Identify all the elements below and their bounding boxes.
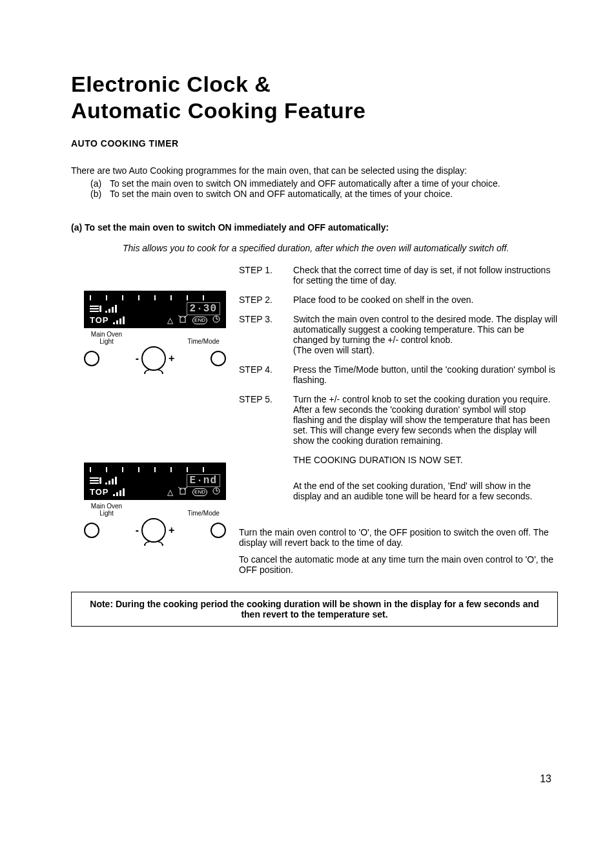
clock-icon	[212, 315, 220, 325]
svg-rect-6	[112, 307, 114, 313]
control-labels: Main Oven Light Time/Mode	[84, 503, 226, 517]
right-control-label: Time/Mode	[181, 503, 226, 517]
step-body: Press the Time/Mode button, until the 'c…	[293, 364, 558, 385]
steps-column: STEP 1.Check that the correct time of da…	[239, 265, 558, 581]
mode-icons: △ END	[167, 315, 220, 325]
svg-rect-28	[119, 490, 121, 496]
page-title: Electronic Clock & Automatic Cooking Fea…	[71, 71, 558, 124]
svg-rect-1	[90, 308, 99, 309]
adjust-knob-group: - +	[136, 518, 175, 543]
options-list: (a) To set the main oven to switch ON im…	[71, 178, 558, 199]
bell-icon: △	[167, 488, 173, 497]
duration-icon	[178, 487, 187, 497]
lcd-screen: 2·30 TOP △ END	[84, 291, 226, 328]
adjust-knob-group: - +	[136, 346, 175, 371]
duration-icon	[178, 315, 187, 325]
option-marker: (a)	[90, 178, 110, 189]
cw-arrow-icon	[157, 369, 163, 376]
option-b: (b) To set the main oven to switch ON an…	[71, 189, 558, 199]
note-box: Note: During the cooking period the cook…	[71, 592, 558, 627]
subheading: AUTO COOKING TIMER	[71, 138, 558, 149]
title-line-2: Automatic Cooking Feature	[71, 98, 365, 123]
step-label: STEP 3.	[239, 314, 293, 355]
end-icon: END	[192, 488, 207, 496]
option-marker: (b)	[90, 189, 110, 199]
document-page: Electronic Clock & Automatic Cooking Fea…	[0, 0, 616, 843]
plus-label: +	[169, 525, 174, 536]
display-panel-2: E·nd TOP △ END	[84, 463, 226, 543]
clock-icon	[212, 487, 220, 497]
illustration-column: 2·30 TOP △ END	[71, 265, 239, 581]
svg-rect-20	[90, 483, 99, 484]
step-1: STEP 1.Check that the correct time of da…	[239, 265, 558, 286]
minus-label: -	[136, 525, 139, 536]
ccw-arrow-icon	[144, 541, 150, 548]
step-label: STEP 4.	[239, 364, 293, 385]
mode-icons: △ END	[167, 487, 220, 497]
signal-bars-icon	[105, 477, 118, 484]
tick-marks	[90, 467, 220, 474]
step-5: STEP 5.Turn the +/- control knob to set …	[239, 394, 558, 446]
adjust-knob	[141, 346, 166, 371]
control-labels: Main Oven Light Time/Mode	[84, 331, 226, 345]
title-line-1: Electronic Clock &	[71, 72, 271, 96]
lcd-screen: E·nd TOP △ END	[84, 463, 226, 500]
option-a: (a) To set the main oven to switch ON im…	[71, 178, 558, 189]
section-a-heading: (a) To set the main oven to switch ON im…	[71, 222, 558, 233]
svg-rect-19	[90, 480, 99, 481]
step-label: STEP 2.	[239, 295, 293, 305]
left-control-label: Main Oven Light	[84, 503, 129, 517]
signal-bars-icon	[113, 317, 126, 324]
two-column-layout: 2·30 TOP △ END	[71, 265, 558, 581]
intro-text: There are two Auto Cooking programmes fo…	[71, 165, 558, 176]
page-number: 13	[540, 773, 551, 785]
time-mode-button	[210, 351, 226, 366]
plus-label: +	[169, 353, 174, 364]
step-2: STEP 2.Place food to be cooked on shelf …	[239, 295, 558, 305]
closing-2: To cancel the automatic mode at any time…	[239, 554, 558, 575]
svg-rect-21	[99, 477, 101, 484]
svg-rect-3	[99, 306, 101, 312]
step-label: STEP 5.	[239, 394, 293, 446]
closing-1: Turn the main oven control to 'O', the O…	[239, 527, 558, 548]
adjust-knob	[141, 518, 166, 543]
menu-icon	[90, 477, 101, 484]
cw-arrow-icon	[157, 541, 163, 548]
menu-icon	[90, 305, 101, 313]
digital-readout: E·nd	[187, 474, 220, 487]
step-body: Place food to be cooked on shelf in the …	[293, 295, 558, 305]
light-button	[84, 523, 99, 538]
svg-rect-18	[90, 477, 99, 479]
step-label: STEP 1.	[239, 265, 293, 286]
control-knobs: - +	[84, 346, 226, 371]
svg-rect-2	[90, 311, 99, 312]
step-body: Turn the +/- control knob to set the coo…	[293, 394, 558, 446]
signal-bars-icon	[105, 305, 118, 313]
light-button	[84, 351, 99, 366]
section-a-description: This allows you to cook for a specified …	[123, 243, 558, 253]
after-step-2: At the end of the set cooking duration, …	[293, 481, 558, 501]
signal-bars-icon	[113, 488, 126, 496]
display-panel-1: 2·30 TOP △ END	[84, 291, 226, 371]
left-control-label: Main Oven Light	[84, 331, 129, 345]
option-text: To set the main oven to switch ON immedi…	[110, 178, 558, 189]
svg-rect-11	[123, 317, 125, 324]
step-body: Check that the correct time of day is se…	[293, 265, 558, 286]
end-icon: END	[192, 317, 207, 324]
svg-rect-22	[105, 483, 107, 484]
step-4: STEP 4.Press the Time/Mode button, until…	[239, 364, 558, 385]
svg-rect-26	[113, 494, 115, 496]
svg-rect-9	[116, 320, 118, 324]
step-body: Switch the main oven control to the desi…	[293, 314, 558, 355]
tick-marks	[90, 295, 220, 302]
svg-rect-29	[123, 488, 125, 496]
top-label: TOP	[90, 487, 109, 497]
svg-rect-23	[108, 481, 110, 484]
bell-icon: △	[167, 316, 173, 325]
top-label: TOP	[90, 315, 109, 325]
ccw-arrow-icon	[144, 369, 150, 376]
time-mode-button	[210, 523, 226, 538]
option-text: To set the main oven to switch ON and OF…	[110, 189, 558, 199]
svg-rect-8	[113, 322, 115, 324]
after-step-1: THE COOKING DURATION IS NOW SET.	[293, 455, 558, 465]
